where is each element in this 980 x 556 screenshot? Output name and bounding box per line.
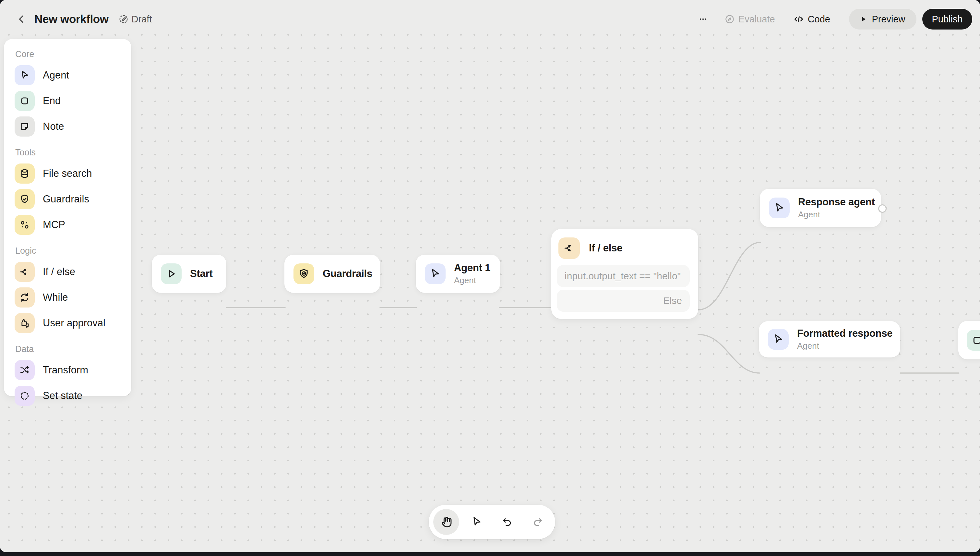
sidebar-item-label: If / else: [43, 266, 75, 278]
section-label-tools: Tools: [15, 148, 125, 158]
dashed-circle-icon: [15, 386, 35, 406]
square-icon: [967, 330, 980, 351]
pointer-icon: [769, 197, 789, 218]
sidebar-item-transform[interactable]: Transform: [15, 360, 125, 380]
cursor-icon: [471, 516, 483, 528]
sidebar-item-agent[interactable]: Agent: [15, 65, 125, 85]
play-icon: [161, 263, 182, 284]
compass-icon: [725, 14, 735, 24]
edge-else-formatted: [698, 335, 759, 373]
node-title: Guardrails: [323, 268, 372, 280]
more-menu-button[interactable]: [696, 12, 710, 26]
sidebar-item-guardrails[interactable]: Guardrails: [15, 189, 125, 209]
node-title: Response agent: [798, 196, 875, 208]
code-label: Code: [808, 14, 830, 25]
preview-label: Preview: [872, 14, 905, 25]
thumbs-icon: [15, 313, 35, 333]
status-badge: Draft: [118, 14, 152, 25]
pointer-icon: [15, 65, 35, 85]
publish-button[interactable]: Publish: [922, 9, 972, 29]
node-title: If / else: [589, 242, 622, 254]
workflow-canvas[interactable]: [0, 34, 980, 552]
section-label-core: Core: [15, 49, 125, 59]
hand-icon: [440, 516, 452, 528]
node-end-partial[interactable]: [958, 321, 980, 359]
sidebar-item-label: File search: [43, 168, 92, 179]
ellipsis-icon: [697, 13, 709, 25]
edge-connections: [0, 34, 980, 552]
back-button[interactable]: [14, 12, 29, 26]
node-guardrails[interactable]: Guardrails: [284, 255, 380, 293]
else-row[interactable]: Else: [557, 290, 690, 312]
sidebar-item-label: End: [43, 95, 61, 107]
sidebar-item-label: Note: [43, 121, 64, 133]
branch-icon: [15, 262, 35, 282]
sidebar-item-label: User approval: [43, 317, 105, 329]
sidebar-item-set-state[interactable]: Set state: [15, 386, 125, 406]
node-title: Start: [190, 268, 213, 280]
node-response-agent[interactable]: Response agent Agent: [760, 189, 881, 227]
sidebar-item-note[interactable]: Note: [15, 116, 125, 137]
evaluate-label: Evaluate: [738, 14, 775, 25]
square-icon: [15, 91, 35, 111]
select-tool-button[interactable]: [464, 509, 490, 535]
sidebar-item-if-else[interactable]: If / else: [15, 262, 125, 282]
code-button[interactable]: Code: [793, 14, 830, 25]
section-label-logic: Logic: [15, 246, 125, 256]
branch-icon: [559, 238, 580, 259]
pan-tool-button[interactable]: [433, 509, 459, 535]
sidebar-item-while[interactable]: While: [15, 288, 125, 307]
section-label-data: Data: [15, 344, 125, 354]
top-bar: New workflow Draft Evaluate: [0, 0, 980, 38]
loop-icon: [15, 288, 35, 307]
preview-button[interactable]: Preview: [849, 9, 917, 29]
shield-check-icon: [294, 263, 314, 284]
sidebar-item-user-approval[interactable]: User approval: [15, 313, 125, 333]
node-palette: Core Agent End Note Tools File search: [4, 39, 131, 396]
sidebar-item-mcp[interactable]: MCP: [15, 215, 125, 235]
shuffle-icon: [15, 360, 35, 380]
redo-icon: [532, 516, 544, 528]
sidebar-item-label: While: [43, 292, 68, 303]
sidebar-item-label: MCP: [43, 219, 65, 231]
shield-check-icon: [15, 189, 35, 209]
output-port[interactable]: [878, 204, 886, 213]
if-condition-row[interactable]: input.output_text == "hello": [557, 265, 690, 287]
sidebar-item-label: Set state: [43, 390, 82, 402]
node-subtitle: Agent: [798, 210, 875, 220]
undo-button[interactable]: [494, 509, 520, 535]
sidebar-item-end[interactable]: End: [15, 91, 125, 111]
code-icon: [793, 14, 804, 25]
node-formatted-response[interactable]: Formatted response Agent: [759, 321, 900, 357]
redo-button[interactable]: [525, 509, 551, 535]
note-icon: [15, 116, 35, 137]
draft-pencil-icon: [118, 14, 129, 24]
sidebar-item-label: Guardrails: [43, 193, 89, 205]
node-if-else[interactable]: If / else input.output_text == "hello" E…: [551, 229, 698, 319]
play-icon: [860, 16, 867, 23]
status-badge-label: Draft: [132, 14, 152, 25]
node-subtitle: Agent: [454, 275, 490, 286]
sidebar-item-label: Agent: [43, 70, 69, 81]
canvas-toolbar: [429, 505, 555, 539]
node-start[interactable]: Start: [152, 255, 226, 293]
sidebar-item-label: Transform: [43, 364, 88, 376]
node-title: Agent 1: [454, 262, 490, 274]
database-icon: [15, 163, 35, 184]
pointer-icon: [425, 263, 446, 284]
workflow-title: New workflow: [34, 13, 109, 26]
edge-if-response-agent: [698, 242, 760, 310]
pointer-icon: [768, 329, 789, 350]
node-title: Formatted response: [797, 328, 893, 339]
sidebar-item-file-search[interactable]: File search: [15, 163, 125, 184]
evaluate-button[interactable]: Evaluate: [725, 14, 775, 25]
app-window: New workflow Draft Evaluate: [0, 0, 980, 552]
node-subtitle: Agent: [797, 341, 893, 351]
node-agent-1[interactable]: Agent 1 Agent: [416, 255, 500, 293]
chevron-left-icon: [16, 14, 27, 25]
publish-label: Publish: [932, 14, 962, 25]
mcp-icon: [15, 215, 35, 235]
undo-icon: [501, 516, 513, 528]
